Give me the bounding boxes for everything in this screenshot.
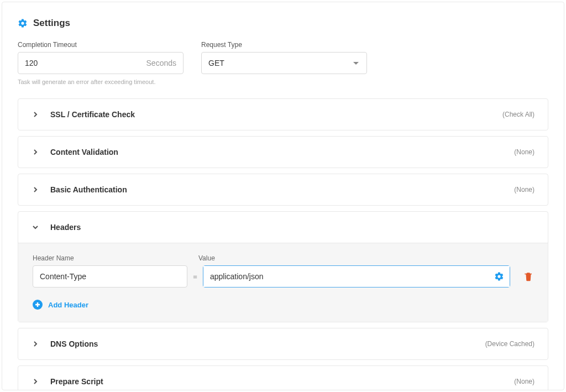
trash-icon[interactable] — [523, 271, 533, 281]
panel-prepare-title: Prepare Script — [50, 377, 103, 386]
panel-dns-status: (Device Cached) — [485, 340, 534, 348]
chevron-right-icon — [32, 148, 39, 156]
panel-dns[interactable]: DNS Options (Device Cached) — [18, 328, 548, 359]
panel-headers-title: Headers — [50, 223, 81, 232]
timeout-help-text: Task will generate an error after exceed… — [18, 79, 548, 85]
page-title: Settings — [33, 18, 70, 29]
panel-prepare-script[interactable]: Prepare Script (None) — [18, 366, 548, 390]
panel-dns-title: DNS Options — [50, 339, 98, 348]
add-header-button[interactable]: Add Header — [33, 300, 533, 310]
chevron-down-icon — [353, 62, 359, 65]
timeout-input[interactable] — [18, 53, 183, 74]
gear-icon[interactable] — [494, 271, 504, 281]
panel-ssl[interactable]: SSL / Certificate Check (Check All) — [18, 99, 548, 130]
panel-ssl-status: (Check All) — [502, 111, 534, 118]
header-value-label: Value — [198, 254, 215, 262]
request-type-select[interactable]: GET — [201, 52, 367, 74]
panel-basic-auth-title: Basic Authentication — [50, 185, 127, 194]
gear-icon — [18, 18, 28, 28]
header-value-input[interactable] — [203, 266, 510, 287]
panel-prepare-status: (None) — [514, 378, 534, 385]
chevron-right-icon — [32, 340, 39, 348]
panel-content-validation-title: Content Validation — [50, 148, 118, 156]
timeout-label: Completion Timeout — [18, 41, 184, 49]
request-type-value: GET — [208, 59, 224, 67]
panel-basic-auth-status: (None) — [514, 186, 534, 194]
equals-sign: = — [193, 273, 197, 281]
panel-content-validation-status: (None) — [514, 148, 534, 156]
chevron-right-icon — [32, 186, 39, 194]
panel-ssl-title: SSL / Certificate Check — [50, 110, 135, 119]
plus-circle-icon — [33, 300, 43, 310]
add-header-label: Add Header — [48, 301, 88, 309]
panel-headers[interactable]: Headers — [18, 212, 548, 243]
timeout-input-wrap[interactable]: Seconds — [18, 52, 184, 74]
header-name-label: Header Name — [33, 254, 187, 262]
header-name-input[interactable] — [33, 265, 187, 288]
panel-content-validation[interactable]: Content Validation (None) — [18, 137, 548, 168]
panel-basic-auth[interactable]: Basic Authentication (None) — [18, 174, 548, 205]
chevron-right-icon — [32, 378, 39, 385]
chevron-down-icon — [32, 223, 39, 231]
chevron-right-icon — [32, 111, 39, 118]
request-type-label: Request Type — [201, 41, 367, 49]
